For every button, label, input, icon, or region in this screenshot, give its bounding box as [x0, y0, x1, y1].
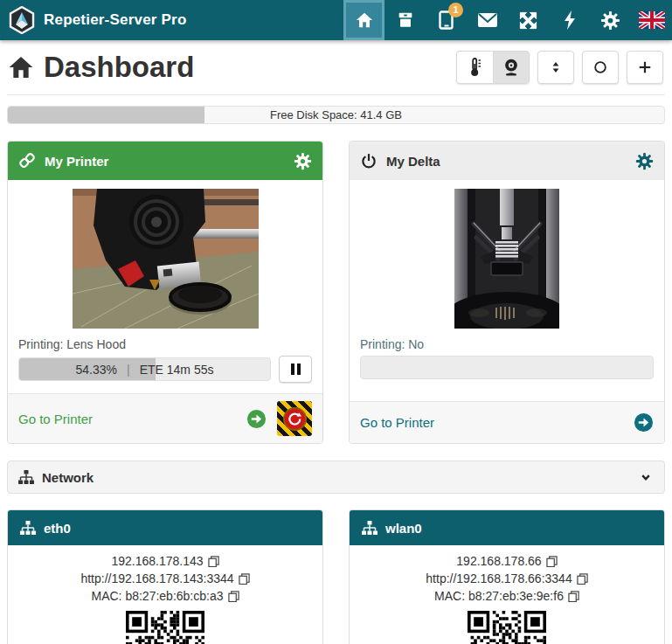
interface-ip: 192.168.178.143 — [111, 552, 203, 570]
brand[interactable]: Repetier-Server Pro — [9, 6, 186, 34]
power-icon — [360, 152, 378, 170]
printer-status: Printing: No — [360, 337, 654, 351]
progress-separator: | — [127, 363, 130, 377]
resize-panels-button[interactable] — [537, 51, 574, 84]
print-progress-bar: 54.33% | ETE 14m 55s — [18, 357, 271, 381]
interface-name: wlan0 — [385, 521, 422, 536]
progress-percent: 54.33% — [76, 363, 117, 377]
webcam-view-button[interactable] — [493, 51, 530, 84]
printer-name: My Delta — [386, 154, 440, 169]
nav-home-button[interactable] — [343, 0, 384, 40]
home-icon — [355, 10, 374, 30]
emergency-stop-button[interactable] — [277, 401, 312, 436]
progress-ete: ETE 14m 55s — [140, 363, 214, 377]
network-card-body: 192.168.178.143 http://192.168.178.143:3… — [8, 545, 322, 644]
header-divider — [7, 94, 665, 95]
thermometer-view-button[interactable] — [456, 51, 493, 84]
nav-devices-button[interactable]: 1 — [426, 0, 467, 40]
interface-url: http://192.168.178.143:3344 — [80, 570, 233, 587]
network-card-body: 192.168.178.66 http://192.168.178.66:334… — [350, 545, 664, 644]
nav-tools-button[interactable] — [508, 0, 549, 40]
arrow-circle-right-icon[interactable] — [634, 412, 654, 433]
interface-mac: MAC: b8:27:eb:3e:9e:f6 — [434, 587, 564, 605]
gear-icon — [635, 152, 654, 170]
network-card-header: wlan0 — [350, 510, 664, 545]
nav-messages-button[interactable] — [467, 0, 508, 40]
interface-url: http://192.168.178.66:3344 — [426, 570, 572, 587]
qr-code — [126, 611, 204, 644]
printer-settings-button[interactable] — [635, 152, 654, 170]
copy-icon[interactable] — [577, 573, 588, 585]
printer-cards-row: My Printer — [7, 141, 665, 444]
go-to-printer-link[interactable]: Go to Printer — [360, 415, 434, 430]
qr-code — [468, 611, 546, 644]
print-progress-bar — [360, 356, 654, 379]
nav-printers-button[interactable] — [384, 0, 426, 40]
dashboard-home-icon — [7, 53, 35, 81]
brand-name: Repetier-Server Pro — [44, 11, 186, 29]
network-card-wlan0: wlan0 192.168.178.66 http://192.168.178.… — [349, 509, 665, 644]
copy-icon[interactable] — [568, 591, 579, 602]
interface-mac: MAC: b8:27:eb:6b:cb:a3 — [92, 587, 224, 605]
copy-icon[interactable] — [239, 573, 250, 585]
sort-arrows-icon — [548, 58, 564, 77]
nav-settings-button[interactable] — [590, 0, 631, 40]
printer-card-footer: Go to Printer — [350, 401, 664, 443]
printer-card-my-printer: My Printer — [7, 141, 323, 444]
webcam-icon — [502, 57, 521, 78]
page-header: Dashboard — [0, 40, 672, 87]
printer-box-icon — [396, 10, 415, 30]
printer-status: Printing: Lens Hood — [18, 337, 312, 351]
network-icon — [18, 470, 34, 485]
copy-icon[interactable] — [546, 556, 558, 567]
printer-settings-button[interactable] — [294, 152, 312, 170]
disk-space-label: Free Disk Space: 41.4 GB — [8, 107, 664, 123]
uk-flag-icon — [639, 11, 665, 29]
printer-name: My Printer — [45, 154, 108, 169]
pause-button[interactable] — [279, 356, 312, 383]
page-title: Dashboard — [44, 51, 194, 84]
printer-card-body: Printing: Lens Hood 54.33% | ETE 14m 55s — [8, 180, 322, 393]
interface-name: eth0 — [44, 521, 71, 536]
interface-ip: 192.168.178.66 — [456, 552, 541, 570]
network-icon — [20, 521, 36, 536]
chevron-down-icon[interactable] — [638, 469, 654, 485]
webcam-image[interactable] — [73, 189, 259, 329]
arrow-circle-right-icon[interactable] — [246, 409, 267, 429]
nav-power-button[interactable] — [549, 0, 590, 40]
thermometer-icon — [467, 57, 484, 78]
gear-icon — [600, 10, 620, 31]
network-section: Network — [7, 460, 665, 644]
display-mode-toggle — [456, 51, 530, 84]
print-progress-text: 54.33% | ETE 14m 55s — [19, 358, 270, 380]
repetier-logo-icon — [9, 6, 35, 34]
circle-filter-button[interactable] — [582, 51, 619, 84]
bolt-icon — [562, 10, 578, 31]
free-disk-space-bar: Free Disk Space: 41.4 GB — [7, 106, 665, 124]
network-card-eth0: eth0 192.168.178.143 http://192.168.178.… — [7, 509, 323, 644]
copy-icon[interactable] — [228, 591, 239, 602]
network-icon — [362, 521, 378, 536]
printer-card-my-delta: My Delta — [349, 141, 665, 444]
network-cards-row: eth0 192.168.178.143 http://192.168.178.… — [7, 509, 665, 644]
gear-icon — [294, 152, 312, 170]
circle-icon — [592, 59, 609, 76]
printer-card-header: My Delta — [350, 142, 664, 180]
emergency-stop-icon — [283, 407, 307, 431]
go-to-printer-link[interactable]: Go to Printer — [18, 412, 93, 426]
network-card-header: eth0 — [8, 510, 322, 545]
link-icon — [18, 152, 36, 170]
network-section-header[interactable]: Network — [7, 460, 665, 494]
copy-icon[interactable] — [208, 556, 219, 567]
expand-arrows-icon — [518, 10, 538, 31]
mail-icon — [477, 12, 498, 28]
webcam-image[interactable] — [454, 189, 559, 329]
nav-language-button[interactable] — [631, 0, 672, 40]
network-section-title: Network — [42, 470, 94, 485]
add-panel-button[interactable] — [627, 51, 663, 84]
printer-card-header: My Printer — [8, 142, 322, 180]
plus-icon — [636, 59, 654, 76]
top-navbar: Repetier-Server Pro 1 — [0, 0, 672, 40]
notification-badge: 1 — [448, 3, 463, 17]
printer-card-footer: Go to Printer — [8, 393, 322, 443]
